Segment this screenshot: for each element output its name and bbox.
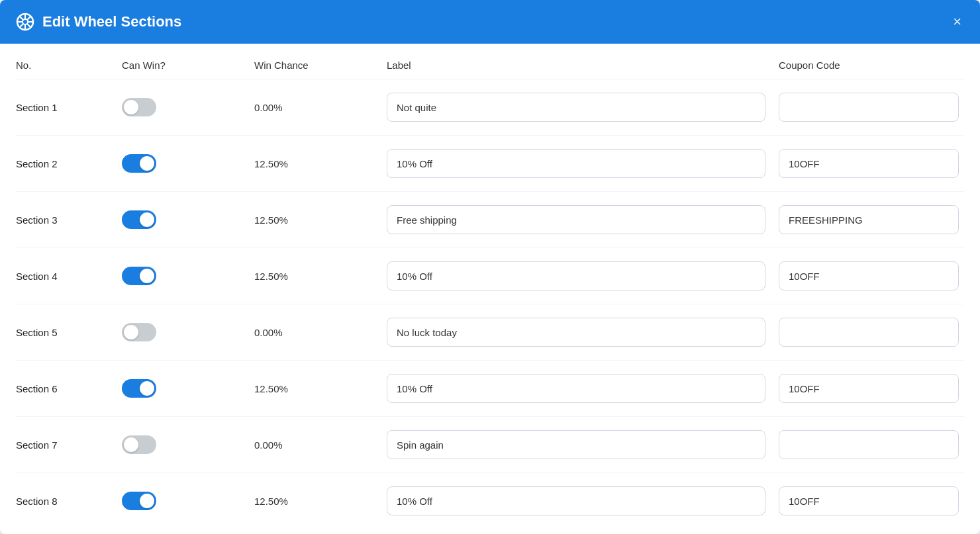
toggle-thumb <box>124 100 138 114</box>
can-win-cell <box>122 379 254 398</box>
wheel-icon <box>16 13 34 31</box>
coupon-cell <box>779 430 964 459</box>
label-input[interactable] <box>387 149 765 178</box>
col-header-can-win: Can Win? <box>122 60 254 71</box>
can-win-toggle[interactable] <box>122 267 156 285</box>
can-win-cell <box>122 98 254 116</box>
coupon-cell <box>779 374 964 403</box>
label-cell <box>387 486 779 515</box>
can-win-toggle[interactable] <box>122 210 156 229</box>
can-win-toggle[interactable] <box>122 323 156 341</box>
can-win-cell <box>122 154 254 173</box>
label-cell <box>387 374 779 403</box>
svg-line-9 <box>20 24 24 28</box>
can-win-cell <box>122 267 254 285</box>
table-row: Section 8 12.50% <box>16 473 964 529</box>
can-win-cell <box>122 323 254 341</box>
can-win-toggle[interactable] <box>122 98 156 116</box>
coupon-input[interactable] <box>779 205 959 234</box>
win-chance-value: 12.50% <box>254 271 288 282</box>
label-input[interactable] <box>387 93 765 122</box>
coupon-input[interactable] <box>779 93 959 122</box>
label-input[interactable] <box>387 205 765 234</box>
toggle-track <box>122 323 156 341</box>
section-label: Section 2 <box>16 158 58 169</box>
coupon-input[interactable] <box>779 374 959 403</box>
label-input[interactable] <box>387 486 765 515</box>
win-chance-cell: 12.50% <box>254 214 387 226</box>
win-chance-value: 0.00% <box>254 327 283 338</box>
section-name-cell: Section 8 <box>16 496 122 507</box>
win-chance-cell: 0.00% <box>254 102 387 113</box>
section-name-cell: Section 5 <box>16 327 122 338</box>
coupon-input[interactable] <box>779 149 959 178</box>
toggle-track <box>122 154 156 173</box>
modal-title: Edit Wheel Sections <box>42 13 181 30</box>
section-name-cell: Section 2 <box>16 158 122 169</box>
toggle-thumb <box>140 494 154 508</box>
section-label: Section 7 <box>16 439 58 451</box>
section-label: Section 8 <box>16 496 58 507</box>
coupon-cell <box>779 486 964 515</box>
close-button[interactable]: × <box>950 12 964 32</box>
toggle-track <box>122 379 156 398</box>
toggle-thumb <box>140 212 154 227</box>
win-chance-cell: 12.50% <box>254 496 387 507</box>
label-cell <box>387 93 779 122</box>
win-chance-cell: 0.00% <box>254 327 387 338</box>
can-win-toggle[interactable] <box>122 379 156 398</box>
can-win-cell <box>122 435 254 454</box>
section-label: Section 1 <box>16 102 58 113</box>
table-row: Section 6 12.50% <box>16 361 964 417</box>
win-chance-value: 12.50% <box>254 214 288 226</box>
svg-line-7 <box>27 24 31 28</box>
table-row: Section 4 12.50% <box>16 248 964 304</box>
label-cell <box>387 430 779 459</box>
can-win-toggle[interactable] <box>122 154 156 173</box>
section-label: Section 4 <box>16 271 58 282</box>
table-row: Section 2 12.50% <box>16 136 964 192</box>
label-input[interactable] <box>387 374 765 403</box>
section-name-cell: Section 1 <box>16 102 122 113</box>
col-header-coupon-code: Coupon Code <box>779 60 964 71</box>
section-name-cell: Section 4 <box>16 271 122 282</box>
label-cell <box>387 261 779 290</box>
header-left: Edit Wheel Sections <box>16 13 181 31</box>
label-input[interactable] <box>387 261 765 290</box>
coupon-cell <box>779 205 964 234</box>
coupon-cell <box>779 318 964 347</box>
col-header-no: No. <box>16 60 122 71</box>
label-input[interactable] <box>387 430 765 459</box>
table-row: Section 1 0.00% <box>16 79 964 136</box>
svg-line-8 <box>27 17 31 21</box>
win-chance-value: 12.50% <box>254 496 288 507</box>
toggle-thumb <box>140 381 154 396</box>
coupon-input[interactable] <box>779 430 959 459</box>
col-header-label: Label <box>387 60 779 71</box>
coupon-cell <box>779 93 964 122</box>
win-chance-cell: 12.50% <box>254 383 387 394</box>
rows-container: Section 1 0.00% Section 2 <box>16 79 964 529</box>
section-label: Section 5 <box>16 327 58 338</box>
win-chance-cell: 12.50% <box>254 158 387 169</box>
table-container: No. Can Win? Win Chance Label Coupon Cod… <box>0 44 980 534</box>
label-input[interactable] <box>387 318 765 347</box>
toggle-thumb <box>124 325 138 339</box>
coupon-input[interactable] <box>779 261 959 290</box>
win-chance-value: 0.00% <box>254 102 283 113</box>
col-header-win-chance: Win Chance <box>254 60 387 71</box>
section-name-cell: Section 7 <box>16 439 122 451</box>
toggle-track <box>122 435 156 454</box>
can-win-toggle[interactable] <box>122 435 156 454</box>
win-chance-value: 12.50% <box>254 158 288 169</box>
label-cell <box>387 149 779 178</box>
toggle-thumb <box>140 269 154 283</box>
table-row: Section 3 12.50% <box>16 192 964 248</box>
coupon-input[interactable] <box>779 486 959 515</box>
edit-wheel-sections-modal: Edit Wheel Sections × No. Can Win? Win C… <box>0 0 980 534</box>
toggle-thumb <box>140 156 154 171</box>
coupon-cell <box>779 261 964 290</box>
coupon-input[interactable] <box>779 318 959 347</box>
can-win-toggle[interactable] <box>122 492 156 510</box>
win-chance-cell: 0.00% <box>254 439 387 451</box>
